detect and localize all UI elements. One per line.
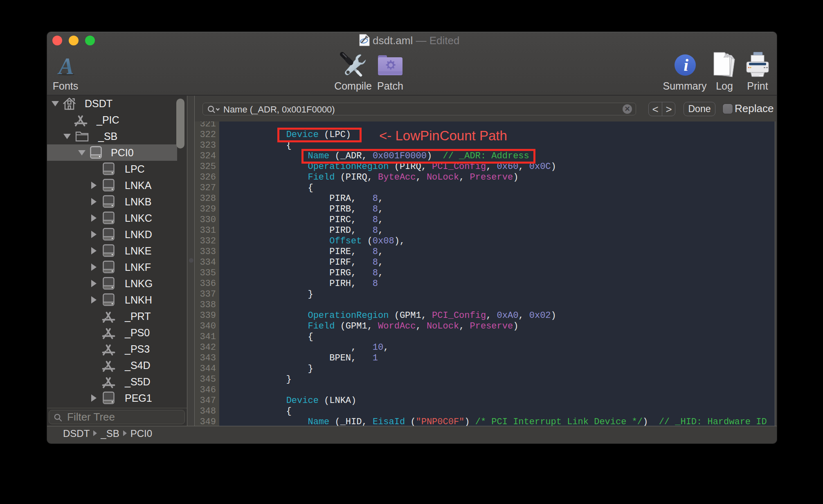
svg-text:i: i [684,56,688,74]
svg-text:A: A [57,56,74,76]
